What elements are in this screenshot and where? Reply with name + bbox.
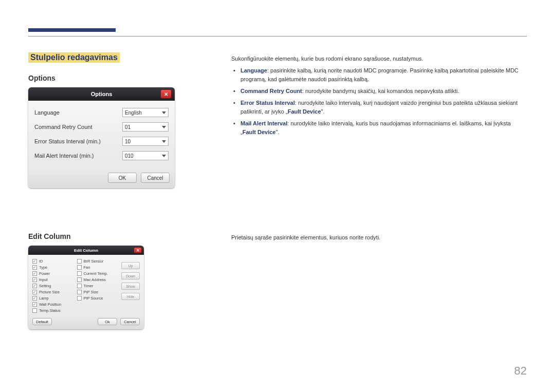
error-combo[interactable]: 10 [122, 137, 169, 146]
subheading-editcolumn: Edit Column [28, 232, 70, 240]
list-item-label: BrR Sensor [84, 259, 104, 264]
ok-button[interactable]: OK [108, 173, 137, 183]
editcolumn-description: Prietaisų sąraše pasirinkite elementus, … [231, 233, 527, 242]
kw-fault-1: Fault Device [288, 108, 321, 115]
chevron-down-icon [162, 126, 166, 128]
option-row-error: Error Status Interval (min.) 10 [34, 137, 169, 146]
edit-column-titlebar: Edit Column ✕ [28, 246, 144, 255]
list-item-label: Power [39, 271, 50, 276]
list-item[interactable]: ✓Lamp [32, 296, 74, 301]
options-description: Sukonfigūruokite elementų, kurie bus rod… [231, 54, 527, 137]
checkbox-icon[interactable] [77, 271, 82, 276]
options-dialog-title: Options [91, 91, 113, 97]
option-label-language: Language [34, 109, 60, 116]
edit-column-list-1: ✓ID✓Type✓Power✓Input✓Setting✓Picture Siz… [32, 259, 74, 313]
option-row-retry: Command Retry Count 01 [34, 122, 169, 132]
show-button[interactable]: Show [121, 283, 140, 290]
list-item[interactable]: Timer [77, 284, 119, 288]
page-number: 82 [514, 364, 527, 378]
up-button[interactable]: Up [121, 262, 140, 269]
options-dialog: Options ✕ Language English Command Retry… [28, 87, 175, 188]
list-item-label: Temp.Status [39, 308, 61, 313]
retry-combo[interactable]: 01 [122, 122, 169, 132]
hide-button[interactable]: Hide [121, 293, 140, 300]
checkbox-icon[interactable]: ✓ [32, 296, 37, 301]
cancel-button[interactable]: Cancel [141, 173, 170, 183]
list-item[interactable]: Fan [77, 265, 119, 270]
list-item[interactable]: ✓Wall Position [32, 302, 74, 307]
close-icon[interactable]: ✕ [160, 89, 172, 99]
kw-retry: Command Retry Count [240, 88, 302, 94]
checkbox-icon[interactable] [77, 265, 82, 270]
list-item[interactable]: ✓Setting [32, 284, 74, 288]
section-title: Stulpelio redagavimas [28, 52, 120, 63]
list-item-label: Type [39, 265, 47, 270]
kw-mail-interval: Mail Alert Interval [240, 120, 287, 126]
ok-button[interactable]: Ok [98, 318, 117, 325]
list-item-label: Picture Size [39, 290, 60, 294]
chevron-down-icon [162, 111, 166, 114]
option-label-error: Error Status Interval (min.) [34, 138, 101, 144]
mail-value: 010 [125, 153, 134, 159]
list-item[interactable]: BrR Sensor [77, 259, 119, 264]
subheading-options: Options [28, 74, 55, 82]
list-item-label: ID [39, 259, 43, 264]
option-row-language: Language English [34, 108, 169, 117]
header-rule [28, 36, 527, 36]
checkbox-icon[interactable]: ✓ [32, 284, 37, 288]
accent-bar [28, 28, 116, 32]
list-item-label: PIP Source [84, 296, 103, 301]
list-item-label: Mac Address [84, 277, 106, 282]
down-button[interactable]: Down [121, 272, 140, 279]
list-item[interactable]: ✓Type [32, 265, 74, 270]
checkbox-icon[interactable] [77, 259, 82, 264]
list-item[interactable]: ✓Input [32, 277, 74, 282]
list-item[interactable]: ✓Power [32, 271, 74, 276]
checkbox-icon[interactable] [77, 290, 82, 294]
checkbox-icon[interactable]: ✓ [32, 277, 37, 282]
default-button[interactable]: Default [32, 318, 52, 325]
list-item[interactable]: Mac Address [77, 277, 119, 282]
checkbox-icon[interactable]: ✓ [32, 265, 37, 270]
options-dialog-titlebar: Options ✕ [28, 87, 175, 101]
intro-text: Sukonfigūruokite elementų, kurie bus rod… [231, 55, 423, 62]
list-item[interactable]: PIP Size [77, 290, 119, 294]
checkbox-icon[interactable]: ✓ [32, 302, 37, 307]
edit-column-title: Edit Column [74, 248, 98, 253]
list-item-label: Timer [84, 284, 94, 288]
checkbox-icon[interactable]: ✓ [32, 259, 37, 264]
list-item[interactable]: ✓Picture Size [32, 290, 74, 294]
list-item-label: Setting [39, 284, 51, 288]
option-label-retry: Command Retry Count [34, 124, 92, 130]
list-item-label: Fan [84, 265, 90, 270]
error-value: 10 [125, 139, 131, 144]
language-combo[interactable]: English [122, 108, 169, 117]
checkbox-icon[interactable]: ✓ [32, 290, 37, 294]
language-value: English [125, 110, 142, 116]
kw-fault-2: Fault Device [243, 129, 276, 135]
list-item[interactable]: Current Temp. [77, 271, 119, 276]
close-icon[interactable]: ✕ [134, 247, 142, 253]
edit-column-dialog: Edit Column ✕ ✓ID✓Type✓Power✓Input✓Setti… [28, 246, 144, 329]
list-item[interactable]: ✓ID [32, 259, 74, 264]
bullet-mail-interval: Mail Alert Interval: nurodykite laiko in… [240, 119, 527, 137]
list-item-label: Lamp [39, 296, 49, 301]
list-item-label: Input [39, 277, 48, 282]
checkbox-icon[interactable] [77, 277, 82, 282]
list-item[interactable]: PIP Source [77, 296, 119, 301]
checkbox-icon[interactable]: ✓ [32, 271, 37, 276]
checkbox-icon[interactable] [77, 296, 82, 301]
checkbox-icon[interactable] [32, 308, 37, 313]
bullet-error-interval: Error Status Interval: nurodykite laiko … [240, 99, 527, 116]
list-item-label: Wall Position [39, 302, 61, 307]
list-item[interactable]: Temp.Status [32, 308, 74, 313]
cancel-button[interactable]: Cancel [120, 318, 140, 325]
kw-error-interval: Error Status Interval [240, 100, 295, 106]
retry-value: 01 [125, 124, 131, 130]
list-item-label: Current Temp. [84, 271, 108, 276]
mail-combo[interactable]: 010 [122, 151, 169, 160]
checkbox-icon[interactable] [77, 284, 82, 288]
list-item-label: PIP Size [84, 290, 99, 294]
kw-language: Language [240, 67, 267, 73]
chevron-down-icon [162, 140, 166, 143]
